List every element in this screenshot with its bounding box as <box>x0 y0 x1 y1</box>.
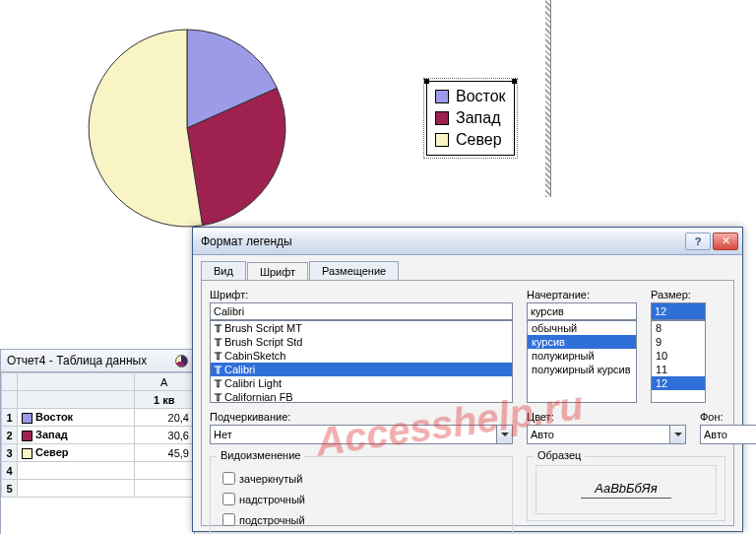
list-item[interactable]: 10 <box>652 349 705 363</box>
font-listbox[interactable]: Brush Script MT Brush Script Std CabinSk… <box>210 320 513 403</box>
row-name-cell[interactable]: Восток <box>18 409 135 427</box>
row-name-cell[interactable] <box>18 480 135 498</box>
format-legend-dialog[interactable]: Формат легенды ? ✕ Вид Шрифт Размещение … <box>192 227 743 532</box>
bg-label: Фон: <box>700 411 756 423</box>
effects-group: Видоизменение зачеркнутый надстрочный по… <box>210 456 513 534</box>
sub-checkbox[interactable] <box>222 513 235 526</box>
bg-dropdown[interactable] <box>700 425 756 444</box>
col-header[interactable]: A <box>135 373 194 391</box>
list-item[interactable]: 11 <box>652 363 705 376</box>
table-row[interactable]: 4 <box>2 462 194 480</box>
color-dropdown[interactable] <box>527 425 686 444</box>
legend-item[interactable]: Запад <box>433 107 508 129</box>
corner-cell[interactable] <box>2 373 18 391</box>
font-input[interactable] <box>210 302 513 320</box>
size-input[interactable] <box>651 302 706 320</box>
table-row[interactable]: 5 <box>2 480 194 498</box>
legend-item[interactable]: Восток <box>433 86 508 107</box>
super-checkbox-row[interactable]: надстрочный <box>219 490 504 508</box>
row-swatch <box>22 413 32 424</box>
help-button[interactable]: ? <box>685 233 711 250</box>
strike-checkbox[interactable] <box>222 472 235 485</box>
list-item[interactable]: обычный <box>528 321 636 335</box>
list-item[interactable]: полужирный <box>528 349 636 363</box>
list-item[interactable]: полужирный курсив <box>528 363 636 376</box>
style-listbox[interactable]: обычный курсив полужирный полужирный кур… <box>527 320 637 403</box>
list-item[interactable]: 8 <box>652 321 705 335</box>
pie-slice-north[interactable] <box>89 30 202 227</box>
color-label: Цвет: <box>527 411 686 423</box>
row-value[interactable]: 45,9 <box>135 444 194 462</box>
datasheet-title: Отчет4 - Таблица данных <box>7 354 147 367</box>
sample-group: Образец АаBbБбЯя <box>527 456 725 521</box>
row-num[interactable]: 4 <box>2 462 18 480</box>
list-item[interactable]: Calibri Light <box>211 376 512 390</box>
col-header[interactable] <box>18 391 135 409</box>
row-header[interactable] <box>2 391 18 409</box>
bg-value[interactable] <box>700 425 756 444</box>
sample-preview: АаBbБбЯя <box>536 465 717 514</box>
row-name: Север <box>35 446 69 458</box>
close-button[interactable]: ✕ <box>713 233 738 250</box>
underline-value[interactable] <box>210 425 496 444</box>
strike-checkbox-row[interactable]: зачеркнутый <box>219 469 504 488</box>
sub-checkbox-row[interactable]: подстрочный <box>219 510 504 529</box>
super-checkbox[interactable] <box>222 493 235 505</box>
list-item[interactable]: Calibri <box>211 363 512 376</box>
dropdown-button[interactable] <box>496 425 513 444</box>
row-value[interactable]: 30,6 <box>135 427 194 444</box>
size-listbox[interactable]: 8 9 10 11 12 <box>651 320 706 403</box>
col-header[interactable]: 1 кв <box>135 391 194 409</box>
row-num[interactable]: 2 <box>2 427 18 444</box>
effects-group-title: Видоизменение <box>217 449 304 461</box>
col-header[interactable] <box>18 373 135 391</box>
tab-placement[interactable]: Размещение <box>309 261 399 280</box>
chart-legend[interactable]: Восток Запад Север <box>426 81 515 156</box>
dropdown-button[interactable] <box>669 425 686 444</box>
color-value[interactable] <box>527 425 669 444</box>
list-item[interactable]: курсив <box>528 335 636 349</box>
dialog-titlebar[interactable]: Формат легенды ? ✕ <box>193 228 742 255</box>
row-value[interactable] <box>135 462 194 480</box>
legend-item[interactable]: Север <box>433 129 508 151</box>
underline-label: Подчеркивание: <box>210 411 513 423</box>
table-row[interactable]: 2 Запад 30,6 <box>2 427 194 444</box>
row-name-cell[interactable]: Запад <box>18 427 135 444</box>
style-input[interactable] <box>527 302 637 320</box>
dialog-tabs: Вид Шрифт Размещение <box>193 255 742 280</box>
legend-swatch <box>435 133 449 147</box>
row-num[interactable]: 1 <box>2 409 18 427</box>
legend-label: Север <box>456 131 502 149</box>
page-boundary-marker <box>545 0 551 197</box>
legend-label: Восток <box>456 88 506 105</box>
list-item[interactable]: CabinSketch <box>211 349 512 363</box>
size-label: Размер: <box>651 289 706 300</box>
row-name: Запад <box>35 429 68 440</box>
datasheet-titlebar[interactable]: Отчет4 - Таблица данных <box>1 350 194 372</box>
font-label: Шрифт: <box>210 289 513 300</box>
list-item[interactable]: 9 <box>652 335 705 349</box>
pie-chart[interactable] <box>69 20 305 238</box>
row-value[interactable]: 20,4 <box>135 409 194 427</box>
datasheet-table[interactable]: A 1 кв 1 Восток 20,4 2 Запад 30,6 3 Севе… <box>1 372 194 498</box>
list-item[interactable]: 12 <box>652 376 705 390</box>
legend-label: Запад <box>456 109 500 127</box>
list-item[interactable]: Brush Script Std <box>211 335 512 349</box>
sub-label: подстрочный <box>239 514 305 526</box>
list-item[interactable]: Californian FB <box>211 390 512 403</box>
underline-dropdown[interactable] <box>210 425 513 444</box>
row-name-cell[interactable] <box>18 462 135 480</box>
tab-view[interactable]: Вид <box>201 261 246 280</box>
datasheet-window[interactable]: Отчет4 - Таблица данных A 1 кв 1 Восток … <box>0 349 195 534</box>
legend-swatch <box>435 90 449 103</box>
tab-font[interactable]: Шрифт <box>247 262 308 281</box>
table-row[interactable]: 3 Север 45,9 <box>2 444 194 462</box>
row-value[interactable] <box>135 480 194 498</box>
table-row[interactable]: 1 Восток 20,4 <box>2 409 194 427</box>
row-name-cell[interactable]: Север <box>18 444 135 462</box>
row-num[interactable]: 3 <box>2 444 18 462</box>
list-item[interactable]: Brush Script MT <box>211 321 512 335</box>
legend-swatch <box>435 111 449 125</box>
row-num[interactable]: 5 <box>2 480 18 498</box>
strike-label: зачеркнутый <box>239 473 302 485</box>
